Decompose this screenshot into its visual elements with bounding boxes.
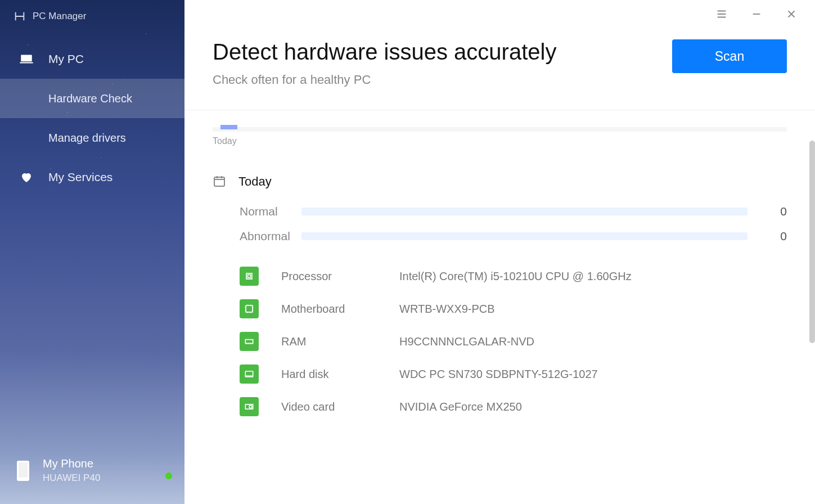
app-title-bar: PC Manager bbox=[0, 0, 184, 39]
status-label: Normal bbox=[240, 205, 301, 218]
svg-rect-0 bbox=[21, 55, 32, 61]
status-row-normal: Normal 0 bbox=[213, 205, 787, 218]
app-title: PC Manager bbox=[33, 11, 86, 22]
svg-rect-2 bbox=[214, 177, 224, 186]
svg-rect-5 bbox=[246, 305, 253, 312]
svg-rect-3 bbox=[246, 273, 252, 279]
hardware-name: Hard disk bbox=[281, 368, 399, 381]
hardware-value: WDC PC SN730 SDBPNTY-512G-1027 bbox=[399, 368, 598, 381]
timeline-label: Today bbox=[213, 136, 787, 146]
hardware-value: H9CCNNNCLGALAR-NVD bbox=[399, 335, 534, 348]
cpu-icon bbox=[240, 267, 259, 286]
window-titlebar bbox=[184, 0, 815, 28]
phone-status-dot bbox=[165, 472, 172, 479]
page-subtitle: Check often for a healthy PC bbox=[213, 73, 556, 87]
sidebar-item-manage-drivers[interactable]: Manage drivers bbox=[0, 118, 184, 158]
main: Detect hardware issues accurately Check … bbox=[184, 0, 815, 504]
disk-icon bbox=[240, 364, 259, 384]
gpu-icon bbox=[240, 397, 259, 416]
calendar-icon bbox=[213, 174, 227, 189]
scan-button[interactable]: Scan bbox=[672, 39, 787, 73]
day-title: Today bbox=[238, 174, 272, 189]
sidebar-nav: My PC Hardware Check Manage drivers My S… bbox=[0, 39, 184, 447]
timeline-mark bbox=[220, 125, 237, 129]
hardware-value: WRTB-WXX9-PCB bbox=[399, 303, 495, 316]
minimize-icon[interactable] bbox=[749, 6, 764, 22]
phone-model: HUAWEI P40 bbox=[43, 472, 100, 484]
hardware-value: Intel(R) Core(TM) i5-10210U CPU @ 1.60GH… bbox=[399, 270, 632, 283]
hardware-row-disk[interactable]: Hard disk WDC PC SN730 SDBPNTY-512G-1027 bbox=[240, 358, 787, 390]
sidebar-item-my-pc[interactable]: My PC bbox=[0, 39, 184, 79]
sidebar: PC Manager My PC Hardware Check Manage d… bbox=[0, 0, 184, 504]
svg-rect-6 bbox=[245, 340, 253, 344]
sidebar-item-label: Manage drivers bbox=[48, 132, 126, 145]
hardware-name: RAM bbox=[281, 335, 399, 348]
hardware-name: Processor bbox=[281, 270, 399, 283]
sidebar-item-label: Hardware Check bbox=[48, 92, 132, 105]
status-bar bbox=[301, 208, 748, 215]
hardware-value: NVIDIA GeForce MX250 bbox=[399, 400, 522, 413]
hardware-row-motherboard[interactable]: Motherboard WRTB-WXX9-PCB bbox=[240, 292, 787, 325]
sidebar-item-my-services[interactable]: My Services bbox=[0, 158, 184, 197]
content-area: Today Today Normal 0 Abno bbox=[184, 110, 815, 504]
timeline: Today bbox=[213, 127, 787, 146]
sidebar-phone[interactable]: My Phone HUAWEI P40 bbox=[0, 447, 184, 504]
menu-icon[interactable] bbox=[714, 6, 730, 22]
page-title: Detect hardware issues accurately bbox=[213, 39, 556, 65]
phone-icon bbox=[17, 461, 29, 481]
laptop-icon bbox=[19, 52, 34, 66]
hardware-list: Processor Intel(R) Core(TM) i5-10210U CP… bbox=[213, 260, 787, 423]
sidebar-item-label: My Services bbox=[48, 170, 112, 184]
hardware-row-processor[interactable]: Processor Intel(R) Core(TM) i5-10210U CP… bbox=[240, 260, 787, 292]
svg-rect-1 bbox=[20, 62, 33, 63]
day-block: Today Normal 0 Abnormal 0 bbox=[213, 174, 787, 423]
heart-icon bbox=[19, 170, 34, 184]
board-icon bbox=[240, 299, 259, 318]
ram-icon bbox=[240, 332, 259, 351]
svg-point-9 bbox=[249, 406, 252, 408]
hardware-row-ram[interactable]: RAM H9CCNNNCLGALAR-NVD bbox=[240, 325, 787, 358]
phone-text: My Phone HUAWEI P40 bbox=[43, 457, 100, 484]
status-bar bbox=[301, 232, 748, 240]
phone-title: My Phone bbox=[43, 457, 100, 470]
status-count: 0 bbox=[770, 205, 787, 218]
svg-rect-4 bbox=[248, 275, 251, 278]
page-header: Detect hardware issues accurately Check … bbox=[184, 28, 815, 110]
app-logo-icon bbox=[13, 10, 26, 22]
hardware-name: Motherboard bbox=[281, 303, 399, 316]
status-count: 0 bbox=[770, 230, 787, 243]
hardware-row-gpu[interactable]: Video card NVIDIA GeForce MX250 bbox=[240, 390, 787, 423]
close-icon[interactable] bbox=[784, 6, 799, 22]
status-row-abnormal: Abnormal 0 bbox=[213, 230, 787, 243]
sidebar-item-hardware-check[interactable]: Hardware Check bbox=[0, 79, 184, 118]
scrollbar[interactable] bbox=[809, 141, 815, 343]
hardware-name: Video card bbox=[281, 400, 399, 413]
sidebar-item-label: My PC bbox=[48, 52, 84, 66]
status-label: Abnormal bbox=[240, 230, 301, 243]
